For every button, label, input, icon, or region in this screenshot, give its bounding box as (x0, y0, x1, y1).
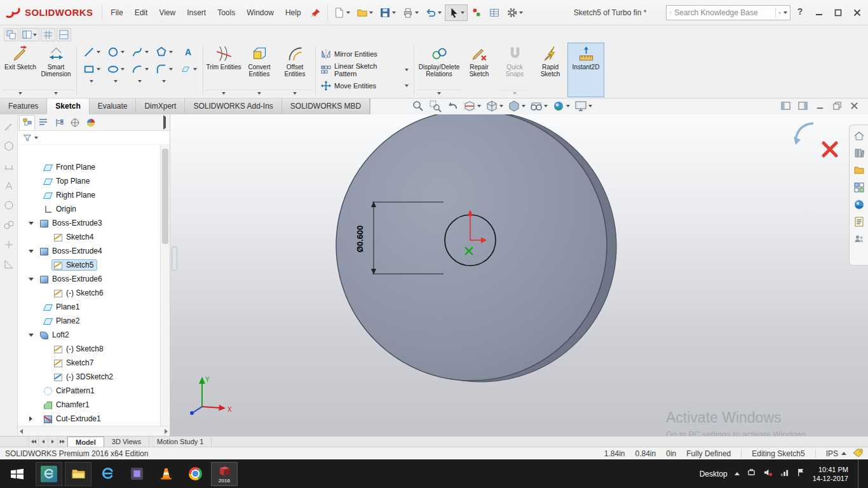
edit-appearance-button[interactable] (552, 100, 570, 112)
previous-tab-button[interactable] (39, 437, 48, 447)
circle-tool-button[interactable] (104, 43, 127, 60)
task-pane-forum-icon[interactable] (853, 233, 865, 245)
menu-file[interactable]: File (105, 5, 128, 20)
grid-toggle-button[interactable] (41, 28, 55, 41)
doc-close-icon[interactable] (850, 101, 859, 111)
select-tool-button[interactable] (445, 4, 468, 21)
task-pane-home-icon[interactable] (853, 130, 865, 142)
plane-tool-button[interactable] (177, 60, 200, 78)
offset-flyout[interactable] (277, 90, 313, 97)
pane-toggle-button[interactable] (20, 28, 39, 41)
task-pane-view-palette-icon[interactable] (853, 182, 865, 193)
side-tool-cube-icon[interactable] (3, 140, 15, 154)
tree-item-loft2[interactable]: Loft2 (18, 328, 160, 342)
maximize-button[interactable] (829, 4, 848, 22)
zoom-to-fit-button[interactable] (412, 100, 424, 112)
task-pane-design-library-icon[interactable] (853, 147, 865, 159)
tree-item-boss-extrude4[interactable]: Boss-Extrude4 (18, 244, 160, 258)
taskbar-clock[interactable]: 10:41 PM 14-12-2017 (813, 465, 848, 483)
tab-features[interactable]: Features (0, 98, 47, 114)
mirror-entities-button[interactable]: Mirror Entities (318, 46, 411, 62)
tree-item-cut-extrude1[interactable]: Cut-Extrude1 (18, 412, 160, 426)
collapse-arrow-icon[interactable] (29, 334, 34, 337)
text-tool-button[interactable]: A (177, 43, 200, 60)
display-manager-tab[interactable] (83, 115, 98, 130)
graphics-viewport[interactable]: Ø0.600 Y X (170, 114, 868, 436)
side-tool-circle-icon[interactable] (3, 200, 15, 214)
trim-entities-button[interactable]: Trim Entities (206, 43, 241, 97)
save-button[interactable] (376, 4, 399, 21)
tree-item-sketch7[interactable]: Sketch7 (18, 356, 160, 370)
view-orientation-button[interactable] (485, 100, 503, 112)
previous-view-button[interactable] (446, 100, 459, 112)
side-tool-add-icon[interactable] (3, 239, 15, 253)
options-button[interactable] (503, 4, 526, 21)
tree-item-origin[interactable]: Origin (18, 202, 160, 216)
exit-sketch-button[interactable]: Exit Sketch (3, 43, 38, 97)
tray-action-center-flag-icon[interactable] (796, 468, 806, 480)
doc-restore-icon[interactable] (832, 101, 842, 111)
polygon-tool-button[interactable] (153, 43, 175, 60)
collapse-arrow-icon[interactable] (29, 222, 34, 225)
tab-sketch[interactable]: Sketch (47, 98, 89, 114)
tray-usb-icon[interactable] (747, 468, 756, 480)
tree-item-right-plane[interactable]: Right Plane (18, 188, 160, 202)
configuration-manager-tab[interactable] (51, 115, 67, 130)
tree-item-3dsketch2[interactable]: (-) 3DSketch2 (18, 370, 160, 384)
display-pane-button[interactable] (57, 28, 71, 41)
feature-manager-tab[interactable] (19, 115, 35, 130)
menu-tools[interactable]: Tools (212, 5, 241, 20)
tree-item-chamfer1[interactable]: Chamfer1 (18, 398, 160, 412)
tag-icon[interactable] (853, 449, 863, 458)
apply-scene-button[interactable] (574, 100, 592, 112)
taskbar-vlc[interactable] (153, 462, 179, 486)
display-delete-relations-button[interactable]: Display/Delete Relations (417, 43, 461, 97)
taskbar-solidworks[interactable]: 2016 (211, 462, 238, 486)
spline-tool-button[interactable] (128, 43, 151, 60)
dimxpert-manager-tab[interactable] (67, 115, 83, 130)
polygon-flyout[interactable] (152, 78, 176, 85)
task-pane-custom-properties-icon[interactable] (853, 216, 865, 227)
tree-item-top-plane[interactable]: Top Plane (18, 174, 160, 188)
first-tab-button[interactable] (29, 437, 39, 447)
move-entities-button[interactable]: Move Entities (318, 78, 411, 93)
sketch-fillet-tool-button[interactable] (153, 60, 175, 78)
side-tool-sketch-icon[interactable] (3, 121, 15, 135)
side-tool-angle-icon[interactable] (3, 259, 15, 273)
ellipse-tool-button[interactable] (104, 60, 127, 78)
property-manager-tab[interactable] (35, 115, 51, 130)
quick-snaps-button[interactable]: Quick Snaps (497, 43, 532, 97)
tab-solidworks-add-ins[interactable]: SOLIDWORKS Add-Ins (185, 98, 281, 114)
left-pane-toggle-icon[interactable] (781, 101, 790, 111)
tab-evaluate[interactable]: Evaluate (90, 98, 137, 114)
expand-arrow-icon[interactable] (29, 416, 32, 421)
menu-help[interactable]: Help (280, 5, 307, 20)
linear-sketch-pattern-button[interactable]: Linear Sketch Pattern (318, 62, 411, 78)
print-button[interactable] (399, 4, 422, 21)
help-button[interactable]: ? (794, 6, 806, 17)
tray-volume-icon[interactable] (763, 468, 773, 480)
task-pane-appearances-icon[interactable] (853, 199, 865, 210)
rapid-sketch-button[interactable]: Rapid Sketch (532, 43, 568, 97)
confirmation-corner-button[interactable] (788, 118, 816, 146)
section-view-button[interactable] (463, 100, 481, 112)
tab-model[interactable]: Model (67, 437, 104, 447)
search-icon[interactable] (778, 8, 782, 18)
model-scene[interactable]: Ø0.600 Y X (170, 114, 868, 436)
search-options-chevron-icon[interactable] (783, 11, 787, 14)
tab-dimxpert[interactable]: DimXpert (136, 98, 185, 114)
filter-options-chevron-icon[interactable] (34, 137, 38, 139)
tab-motion-study-1[interactable]: Motion Study 1 (149, 437, 212, 447)
taskbar-file-explorer[interactable] (65, 462, 92, 486)
more-tabs-button[interactable] (163, 117, 166, 128)
collapse-arrow-icon[interactable] (29, 250, 34, 253)
quick-snaps-flyout[interactable] (497, 90, 532, 97)
menu-insert[interactable]: Insert (181, 5, 212, 20)
tree-item-front-plane[interactable]: Front Plane (18, 160, 160, 174)
display-style-button[interactable] (508, 100, 526, 112)
status-indicator-button[interactable] (468, 4, 485, 21)
scroll-left-icon[interactable] (20, 429, 23, 434)
smart-dimension-flyout[interactable] (38, 90, 74, 97)
minimize-button[interactable] (810, 4, 829, 22)
tree-item-sketch8[interactable]: (-) Sketch8 (18, 342, 160, 356)
